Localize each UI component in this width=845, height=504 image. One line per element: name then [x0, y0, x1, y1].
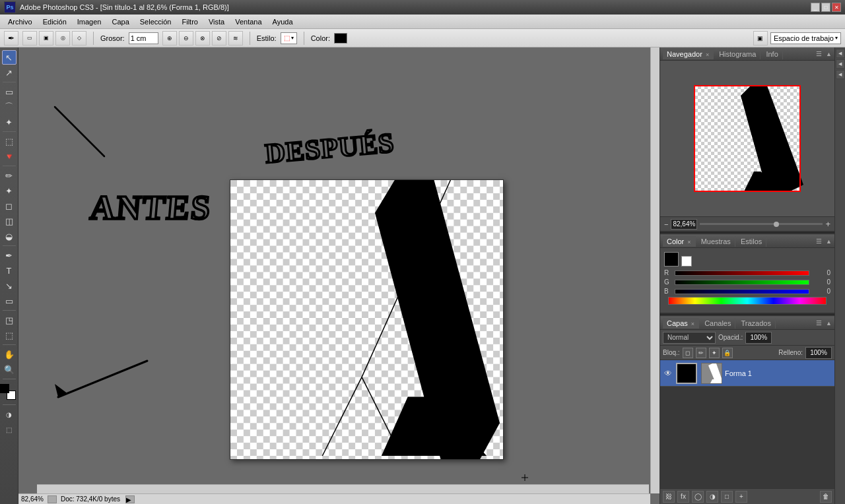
- menu-seleccion[interactable]: Selección: [135, 16, 177, 27]
- tool-marquee[interactable]: ▭: [2, 84, 17, 99]
- tab-capas-close[interactable]: ×: [691, 321, 694, 327]
- tab-trazados[interactable]: Trazados: [737, 318, 775, 329]
- tool-lasso[interactable]: ⌒: [2, 100, 17, 114]
- tool-notes[interactable]: ◳: [2, 313, 17, 327]
- path-btn-5[interactable]: ≋: [228, 31, 243, 46]
- tool-hand[interactable]: ✋: [2, 347, 17, 362]
- tool-zoom[interactable]: 🔍: [2, 362, 17, 377]
- add-style-btn[interactable]: fx: [677, 491, 689, 503]
- tab-navigator[interactable]: Navegador ×: [663, 49, 714, 59]
- menu-edicion[interactable]: Edición: [38, 16, 72, 27]
- horizontal-scrollbar[interactable]: [37, 484, 649, 493]
- tool-dodge[interactable]: ◒: [2, 229, 17, 243]
- tool-gradient[interactable]: ◫: [2, 214, 17, 228]
- layer-visibility-icon[interactable]: 👁: [663, 368, 673, 379]
- tab-color[interactable]: Color ×: [663, 236, 696, 247]
- tool-crop[interactable]: ⬚: [2, 134, 17, 148]
- tool-eyedropper2[interactable]: ⬚: [2, 328, 17, 342]
- menu-ventana[interactable]: Ventana: [230, 16, 267, 27]
- delete-layer-btn[interactable]: 🗑: [820, 491, 832, 503]
- thickness-input[interactable]: [129, 32, 158, 44]
- tab-muestras[interactable]: Muestras: [697, 236, 735, 247]
- tool-text[interactable]: T: [2, 263, 17, 278]
- zoom-input[interactable]: [671, 219, 697, 230]
- tool-eraser[interactable]: ◻: [2, 199, 17, 213]
- fg-color-box[interactable]: [0, 384, 9, 393]
- menu-ayuda[interactable]: Ayuda: [267, 16, 298, 27]
- add-layer-btn[interactable]: +: [735, 491, 747, 503]
- shape-opt-3[interactable]: ◎: [55, 31, 70, 46]
- tool-pen[interactable]: ✒: [2, 248, 17, 263]
- path-btn-2[interactable]: ⊖: [179, 31, 193, 46]
- workspace-dropdown[interactable]: Espacio de trabajo ▾: [770, 32, 841, 44]
- add-adjustment-btn[interactable]: ◑: [706, 491, 718, 503]
- tab-estilos[interactable]: Estilos: [737, 236, 766, 247]
- tool-selection[interactable]: ↖: [2, 50, 17, 65]
- lock-all-btn[interactable]: 🔒: [722, 348, 733, 358]
- tab-color-close[interactable]: ×: [687, 239, 691, 245]
- lock-paint-btn[interactable]: ✏: [696, 348, 706, 358]
- bg-color-large[interactable]: [681, 256, 692, 267]
- zoom-out-icon[interactable]: −: [664, 220, 668, 228]
- far-right-top-btn[interactable]: ◀: [836, 49, 845, 58]
- opacity-input[interactable]: [745, 332, 772, 344]
- menu-filtro[interactable]: Filtro: [176, 16, 203, 27]
- blend-mode-select[interactable]: Normal: [663, 332, 716, 344]
- far-right-btn-2[interactable]: ◀: [836, 59, 845, 69]
- style-dropdown[interactable]: ⬚ ▾: [281, 32, 297, 44]
- spectrum-bar[interactable]: [668, 297, 827, 305]
- path-btn-4[interactable]: ⊘: [212, 31, 226, 46]
- tool-stamp[interactable]: ✦: [2, 183, 17, 198]
- color-panel-collapse[interactable]: ▲: [826, 238, 832, 245]
- path-btn-1[interactable]: ⊕: [162, 31, 177, 46]
- tab-navigator-close[interactable]: ×: [706, 51, 709, 58]
- lock-transparent-btn[interactable]: ◻: [683, 348, 693, 358]
- close-button[interactable]: ✕: [832, 3, 841, 12]
- layers-panel-collapse[interactable]: ▲: [826, 320, 832, 327]
- doc-info-icon[interactable]: [48, 495, 57, 503]
- tool-shape[interactable]: ▭: [2, 294, 17, 308]
- shape-opt-4[interactable]: ◇: [72, 31, 86, 46]
- doc-info-arrow[interactable]: ▶: [125, 495, 135, 503]
- far-right-btn-3[interactable]: ◀: [836, 70, 845, 79]
- g-slider[interactable]: [675, 280, 809, 285]
- color-swatch[interactable]: [334, 33, 347, 44]
- menu-imagen[interactable]: Imagen: [72, 16, 107, 27]
- color-panel-options[interactable]: ☰: [816, 237, 822, 245]
- shape-opt-2[interactable]: ▣: [39, 31, 53, 46]
- menu-archivo[interactable]: Archivo: [3, 16, 38, 27]
- fill-input[interactable]: [805, 347, 832, 359]
- fg-bg-colors[interactable]: [0, 384, 18, 402]
- tab-histograma[interactable]: Histograma: [715, 49, 760, 59]
- vertical-scrollbar[interactable]: [650, 47, 659, 493]
- lock-move-btn[interactable]: ✦: [709, 348, 720, 358]
- canvas-area[interactable]: ANTES DESPUÉS: [18, 47, 659, 504]
- tab-capas[interactable]: Capas ×: [663, 318, 699, 329]
- fg-color-large[interactable]: [664, 252, 679, 267]
- tool-magic-wand[interactable]: ✦: [2, 115, 17, 129]
- tab-canales[interactable]: Canales: [700, 318, 735, 329]
- tool-screen-mode[interactable]: ⬚: [2, 422, 17, 437]
- zoom-slider[interactable]: [700, 223, 823, 225]
- pen-tool-options[interactable]: ✒: [4, 31, 18, 46]
- add-mask-btn[interactable]: ◯: [692, 491, 704, 503]
- b-slider[interactable]: [675, 289, 809, 294]
- minimize-button[interactable]: _: [811, 3, 820, 12]
- navigator-panel-collapse[interactable]: ▲: [826, 51, 832, 57]
- tool-eyedropper[interactable]: 🔻: [2, 149, 17, 164]
- navigator-panel-options[interactable]: ☰: [816, 50, 822, 57]
- add-group-btn[interactable]: □: [721, 491, 733, 503]
- path-btn-3[interactable]: ⊗: [195, 31, 210, 46]
- menu-capa[interactable]: Capa: [106, 16, 134, 27]
- menu-vista[interactable]: Vista: [203, 16, 230, 27]
- zoom-in-icon[interactable]: +: [825, 219, 830, 229]
- layers-panel-options[interactable]: ☰: [816, 319, 822, 327]
- r-slider[interactable]: [675, 270, 809, 276]
- tool-brush[interactable]: ✏: [2, 168, 17, 183]
- tool-path-selection[interactable]: ↘: [2, 278, 17, 293]
- link-layers-btn[interactable]: ⛓: [663, 491, 675, 503]
- layer-item[interactable]: 👁 Forma 1: [660, 360, 834, 387]
- tool-mask[interactable]: ◑: [2, 407, 17, 422]
- tab-info[interactable]: Info: [762, 49, 782, 59]
- maximize-button[interactable]: □: [821, 3, 830, 12]
